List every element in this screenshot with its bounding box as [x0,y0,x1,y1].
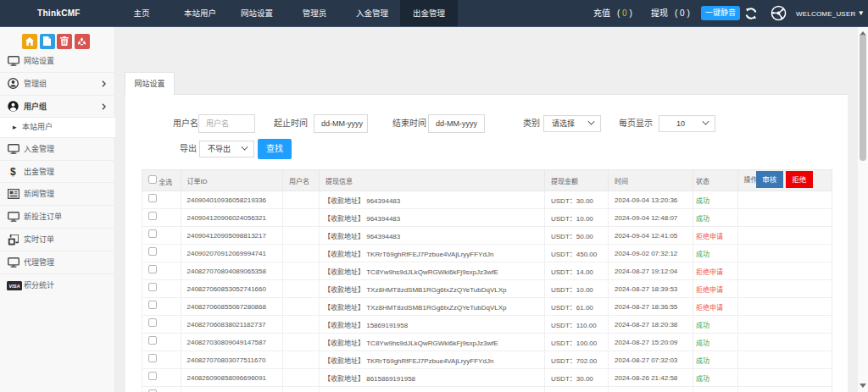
svg-text:VISA: VISA [9,284,20,289]
